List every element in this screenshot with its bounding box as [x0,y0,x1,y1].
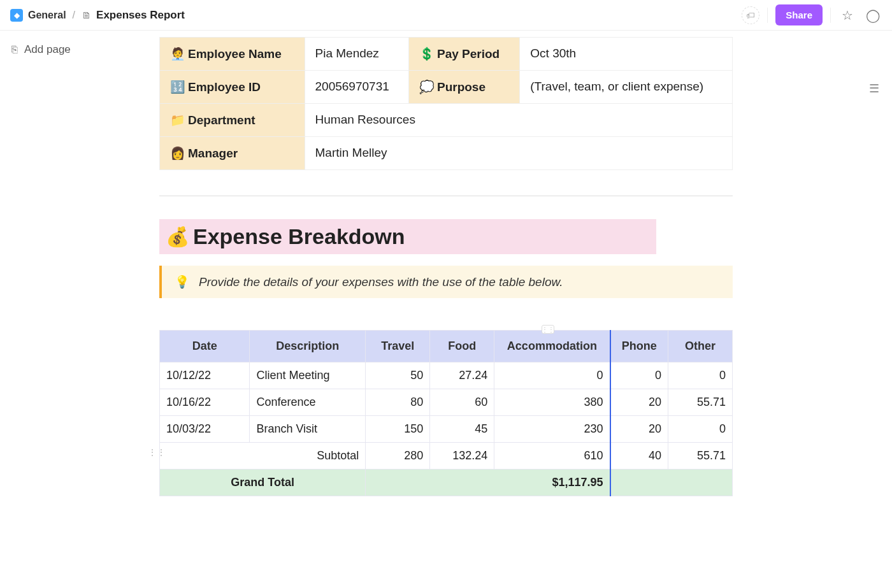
thought-icon: 💭 [419,80,435,94]
subtotal-label: Subtotal [160,443,366,470]
cell-food[interactable]: 60 [430,389,494,416]
table-row: 📁Department Human Resources [160,104,733,137]
subtotal-phone: 40 [610,443,668,470]
topbar-actions: 🏷 Share ☆ ◯ [742,4,882,25]
share-button[interactable]: Share [775,4,823,25]
table-header-row: Date Description Travel Food Accommodati… [160,331,733,362]
field-label-purpose: 💭Purpose [408,71,519,104]
row-drag-handle-icon[interactable]: ⋮⋮ [148,447,166,457]
person-icon: 🧑‍💼 [170,47,185,61]
woman-icon: 👩 [170,147,185,160]
cell-food[interactable]: 27.24 [430,362,494,389]
divider [159,196,733,196]
comments-icon[interactable]: ◯ [864,6,882,24]
document-icon: 🗎 [82,10,91,20]
cell-other[interactable]: 55.71 [668,389,732,416]
topbar: ◆ General / 🗎 Expenses Report 🏷 Share ☆ … [0,0,892,31]
col-header-travel[interactable]: Travel [366,331,430,362]
cell-travel[interactable]: 50 [366,362,430,389]
subtotal-row: Subtotal 280 132.24 610 40 55.71 [160,443,733,470]
employee-info-table: 🧑‍💼Employee Name Pia Mendez 💲Pay Period … [159,37,733,170]
grand-total-row: Grand Total $1,117.95 [160,470,733,496]
outline-toggle-icon[interactable]: ☰ [869,82,879,96]
table-row: 10/16/22 Conference 80 60 380 20 55.71 [160,389,733,416]
table-row: 👩Manager Martin Melley [160,137,733,170]
callout-text: Provide the details of your expenses wit… [199,275,563,289]
field-label-employee-name: 🧑‍💼Employee Name [160,38,305,71]
add-page-label: Add page [24,43,71,56]
cell-description[interactable]: Branch Visit [250,416,366,443]
main-content: ☰ 🧑‍💼Employee Name Pia Mendez 💲Pay Perio… [147,31,892,522]
cell-date[interactable]: 10/16/22 [160,389,250,416]
breadcrumb-separator: / [71,10,76,21]
breadcrumb-root[interactable]: General [28,10,66,21]
col-header-description[interactable]: Description [250,331,366,362]
add-page-icon: ⎘ [11,44,18,55]
cell-date[interactable]: 10/12/22 [160,362,250,389]
numbers-icon: 🔢 [170,80,185,94]
subtotal-accommodation: 610 [494,443,610,470]
breadcrumb-page-title[interactable]: Expenses Report [96,9,185,22]
cell-other[interactable]: 0 [668,416,732,443]
cell-phone[interactable]: 20 [610,416,668,443]
cell-travel[interactable]: 150 [366,416,430,443]
breadcrumb: ◆ General / 🗎 Expenses Report [10,9,185,22]
col-header-date[interactable]: Date [160,331,250,362]
callout-hint: 💡 Provide the details of your expenses w… [159,266,733,298]
add-page-button[interactable]: ⎘ Add page [11,43,135,56]
table-row: 10/03/22 Branch Visit 150 45 230 20 0 [160,416,733,443]
field-value-purpose[interactable]: (Travel, team, or client expense) [520,71,733,104]
tag-icon[interactable]: 🏷 [742,6,759,24]
subtotal-other: 55.71 [668,443,732,470]
field-value-employee-id[interactable]: 20056970731 [305,71,408,104]
cell-date[interactable]: 10/03/22 [160,416,250,443]
divider [830,8,831,23]
field-value-department[interactable]: Human Resources [305,104,732,137]
col-header-phone[interactable]: Phone [610,331,668,362]
column-drag-handle-icon[interactable]: ⋮⋮ [542,325,554,334]
money-bag-icon: 💰 [166,226,189,248]
lightbulb-icon: 💡 [175,275,190,289]
field-label-department: 📁Department [160,104,305,137]
field-value-employee-name[interactable]: Pia Mendez [305,38,408,71]
cell-phone[interactable]: 20 [610,389,668,416]
sidebar: ⎘ Add page [0,31,147,522]
table-row: 🧑‍💼Employee Name Pia Mendez 💲Pay Period … [160,38,733,71]
cell-travel[interactable]: 80 [366,389,430,416]
cell-accommodation[interactable]: 0 [494,362,610,389]
cell-phone[interactable]: 0 [610,362,668,389]
cell-other[interactable]: 0 [668,362,732,389]
cell-accommodation[interactable]: 230 [494,416,610,443]
field-value-pay-period[interactable]: Oct 30th [520,38,733,71]
cell-food[interactable]: 45 [430,416,494,443]
table-row: 🔢Employee ID 20056970731 💭Purpose (Trave… [160,71,733,104]
table-row: 10/12/22 Client Meeting 50 27.24 0 0 0 [160,362,733,389]
section-heading-expense-breakdown: 💰 Expense Breakdown [159,219,656,254]
workspace-avatar-icon: ◆ [10,9,23,22]
grand-total-empty [610,470,733,496]
field-value-manager[interactable]: Martin Melley [305,137,732,170]
field-label-manager: 👩Manager [160,137,305,170]
expense-breakdown-table: Date Description Travel Food Accommodati… [159,330,733,496]
col-header-food[interactable]: Food [430,331,494,362]
cell-description[interactable]: Conference [250,389,366,416]
grand-total-label: Grand Total [160,470,366,496]
subtotal-travel: 280 [366,443,430,470]
grand-total-value: $1,117.95 [366,470,610,496]
subtotal-food: 132.24 [430,443,494,470]
divider [767,8,768,23]
cell-description[interactable]: Client Meeting [250,362,366,389]
dollar-icon: 💲 [419,47,435,61]
col-header-other[interactable]: Other [668,331,732,362]
section-heading-text: Expense Breakdown [193,224,405,249]
field-label-employee-id: 🔢Employee ID [160,71,305,104]
cell-accommodation[interactable]: 380 [494,389,610,416]
field-label-pay-period: 💲Pay Period [408,38,519,71]
favorite-star-icon[interactable]: ☆ [838,6,856,24]
folder-icon: 📁 [170,113,185,127]
col-header-accommodation[interactable]: Accommodation [494,331,610,362]
